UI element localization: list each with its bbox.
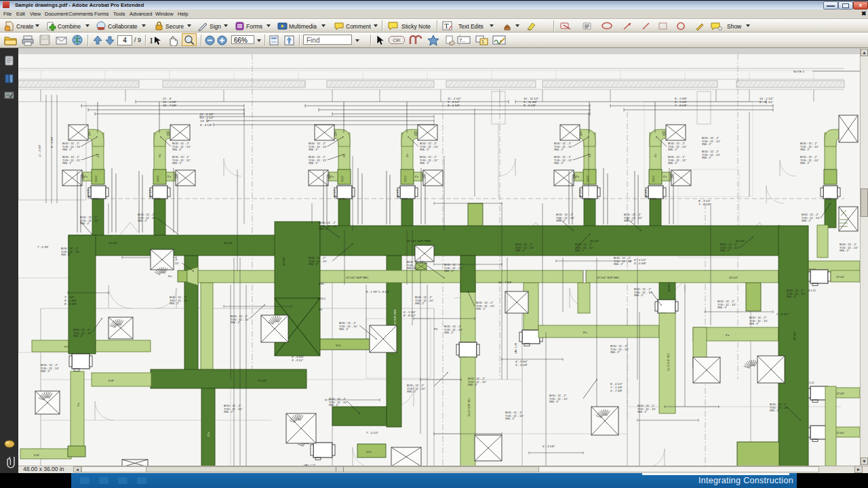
svg-text:9"ø: 9"ø [77,403,80,407]
svg-text:12x12: 12x12 [95,176,98,182]
svg-text:INS : 2": INS : 2" [231,321,241,324]
svg-text:INS : 2": INS : 2" [407,266,417,270]
svg-text:INS : 2": INS : 2" [787,295,797,298]
svg-text:6"x8": 6"x8" [34,454,40,457]
svg-text:8"ø: 8"ø [84,176,87,178]
svg-text:7' - 8 1/8": 7' - 8 1/8" [675,104,688,107]
svg-text:18' - 7 5/8": 18' - 7 5/8" [163,104,177,107]
svg-text:0' - 7 3/8": 0' - 7 3/8" [610,389,623,392]
svg-text:3' - 3 10": 3' - 3 10" [292,359,303,362]
svg-text:VAV-1-25: VAV-1-25 [579,189,582,199]
svg-text:INS : 2": INS : 2" [170,302,180,305]
svg-text:NOTE7: NOTE7 [667,282,671,291]
svg-text:T: T [444,22,449,30]
svg-text:8"ø: 8"ø [159,154,161,157]
svg-text:INS : 2": INS : 2" [444,269,454,272]
svg-text:8"ø: 8"ø [726,334,730,337]
svg-text:20' - 7 3/4": 20' - 7 3/4" [498,281,512,284]
svg-text:12"x10": 12"x10" [836,432,845,434]
svg-text:1: 1 [481,39,484,44]
svg-text:INS : 2": INS : 2" [309,262,319,266]
svg-text:INS : 2": INS : 2" [420,148,430,151]
svg-text:12"x10" SUP-SEC: 12"x10" SUP-SEC [597,276,619,279]
svg-text:8' - 6 1/8": 8' - 6 1/8" [524,104,536,107]
svg-text:8"ø: 8"ø [167,176,171,178]
svg-text:INS : 2": INS : 2" [41,369,51,373]
svg-text:INS : 2": INS : 2" [802,219,812,222]
svg-text:20"x14": 20"x14" [224,241,233,245]
svg-text:INS : 2": INS : 2" [840,249,850,252]
svg-text:VAV- 1-28: VAV- 1-28 [515,343,517,354]
svg-text:12"ø: 12"ø [208,432,210,437]
svg-text:VAV-1-25: VAV-1-25 [645,189,648,199]
svg-text:7' - 9 7/8": 7' - 9 7/8" [37,245,49,249]
svg-text:INS : 2": INS : 2" [624,219,634,222]
svg-text:12x12: 12x12 [587,176,589,182]
svg-text:16"x12": 16"x12" [729,276,738,279]
svg-text:12"x10": 12"x10" [836,392,845,395]
svg-text:10"ø: 10"ø [336,344,341,347]
svg-text:INS : 2": INS : 2" [476,307,486,310]
svg-text:2' - 6 1/2": 2' - 6 1/2" [776,312,789,316]
svg-text:8' - 11 1/2": 8' - 11 1/2" [760,100,774,104]
svg-text:INS : 2": INS : 2" [468,383,478,386]
svg-text:8' - 8 3/8": 8' - 8 3/8" [64,302,77,306]
svg-text:INS : 2": INS : 2" [61,253,71,256]
svg-text:7' - 0 1/2": 7' - 0 1/2" [366,431,379,434]
svg-text:INS : 2": INS : 2" [720,249,730,252]
svg-text:7' - 8 1/8": 7' - 8 1/8" [698,203,711,206]
svg-text:8"ø: 8"ø [415,176,418,178]
svg-text:INS : 2": INS : 2" [614,262,624,266]
svg-text:INS : 2": INS : 2" [172,161,182,165]
svg-text:INS : 2": INS : 2" [770,409,780,412]
svg-text:40"x16": 40"x16" [793,331,796,340]
svg-text:INS : 2": INS : 2" [668,148,678,151]
svg-text:INS : 2": INS : 2" [80,222,90,225]
svg-text:8"ø: 8"ø [589,154,591,157]
svg-text:FD: FD [434,327,437,331]
svg-text:INS : 2": INS : 2" [749,322,760,325]
svg-text:INS : 2": INS : 2" [309,148,319,151]
svg-text:INS : 2": INS : 2" [73,334,83,338]
svg-text:VAV-1-25: VAV-1-25 [149,189,152,199]
svg-text:8"ø: 8"ø [583,331,587,334]
svg-text:8"x8": 8"x8" [108,380,115,382]
svg-text:8' - 1 7/8" 5 - 8 1/8": 8' - 1 7/8" 5 - 8 1/8" [366,290,390,293]
svg-text:8' - 4 3/4": 8' - 4 3/4" [50,136,54,148]
svg-text:INS : 2": INS : 2" [444,331,454,334]
svg-text:16x10 SUP-SEC: 16x10 SUP-SEC [468,397,471,417]
svg-text:11' - 2 3/8": 11' - 2 3/8" [38,144,41,157]
svg-text:BSD: BSD [319,282,324,285]
svg-text:INS : 2": INS : 2" [800,161,810,165]
svg-text:INS : 2": INS : 2" [138,219,148,222]
svg-text:8"ø: 8"ø [663,176,667,178]
svg-text:INS : 2": INS : 2" [556,219,566,222]
svg-text:INS : 2": INS : 2" [717,306,728,309]
svg-text:12"x10": 12"x10" [258,379,267,382]
svg-text:42"x16" SUP-PRM: 42"x16" SUP-PRM [407,239,431,243]
svg-text:FD: FD [319,308,322,311]
svg-text:VAV-1-25: VAV-1-25 [334,189,336,199]
svg-text:8"ø: 8"ø [406,154,409,157]
svg-text:INS : 2": INS : 2" [554,148,564,151]
svg-text:10"ø: 10"ø [366,451,372,453]
svg-text:INS : 2": INS : 2" [62,148,73,151]
svg-text:VAV-1-25: VAV-1-25 [87,189,90,199]
svg-text:8"ø: 8"ø [654,154,657,157]
svg-text:8' - 8 1/2": 8' - 8 1/2" [403,314,416,317]
svg-text:VAV-1-25: VAV-1-25 [397,189,399,199]
svg-text:INS : 2": INS : 2" [339,327,349,331]
svg-text:INS : 2": INS : 2" [634,293,644,297]
svg-text:INS : 2": INS : 2" [702,142,712,146]
svg-text:12"x10": 12"x10" [836,276,845,279]
svg-text:INS : 2": INS : 2" [224,410,234,413]
svg-text:16"x16": 16"x16" [108,241,118,245]
svg-text:8"ø: 8"ø [330,176,334,178]
svg-text:INS : 2": INS : 2" [800,148,810,151]
svg-text:8' - 6 1/8": 8' - 6 1/8" [448,104,460,107]
svg-text:INS : 2": INS : 2" [575,249,585,252]
svg-text:6' - 3 1/8": 6' - 3 1/8" [542,445,555,448]
svg-text:INS : 2": INS : 2" [329,403,339,407]
svg-text:8"ø: 8"ø [343,154,346,157]
svg-text:I: I [150,35,153,45]
